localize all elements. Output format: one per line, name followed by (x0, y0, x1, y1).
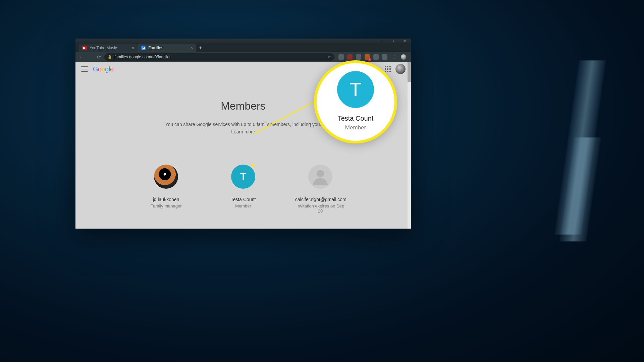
extension-icons: ⋮ (336, 54, 408, 60)
tab-families[interactable]: ◪ Families × (138, 44, 196, 52)
google-apps-icon[interactable] (385, 66, 391, 72)
member-avatar: T (231, 165, 255, 189)
members-list: jd laukkonen Family manager T Testa Coun… (75, 165, 411, 214)
extension-icon[interactable] (356, 54, 361, 60)
member-card[interactable]: jd laukkonen Family manager (141, 165, 191, 214)
window-minimize-button[interactable]: — (375, 39, 387, 43)
menu-icon[interactable] (81, 66, 88, 72)
callout-name: Testa Count (338, 115, 374, 122)
member-avatar (154, 165, 178, 189)
member-name: Testa Count (218, 197, 268, 202)
account-avatar[interactable] (395, 64, 406, 74)
google-logo[interactable]: Google (93, 65, 114, 73)
forward-button[interactable]: → (87, 54, 94, 60)
close-icon[interactable]: × (131, 45, 134, 50)
callout-role: Member (345, 124, 366, 131)
extension-icon[interactable] (347, 54, 353, 60)
address-bar: ← → ⟳ 🔒 families.google.com/u/0/families… (75, 52, 411, 62)
youtube-music-icon: ▶ (82, 46, 87, 50)
window-maximize-button[interactable]: □ (387, 39, 399, 43)
extension-icon[interactable] (338, 54, 344, 60)
member-role: Family manager (141, 203, 191, 208)
annotation-callout: T Testa Count Member (314, 60, 397, 143)
callout-avatar: T (337, 71, 374, 108)
extension-icon[interactable] (373, 54, 379, 60)
member-card[interactable]: T Testa Count Member (218, 165, 268, 214)
url-text: families.google.com/u/0/families (114, 55, 171, 59)
window-titlebar: — □ ✕ (75, 39, 411, 43)
new-tab-button[interactable]: + (196, 44, 205, 52)
url-input[interactable]: 🔒 families.google.com/u/0/families ☆ (104, 53, 334, 61)
tab-label: YouTube Music (90, 46, 117, 50)
profile-avatar-icon[interactable] (401, 54, 406, 60)
member-role: Member (218, 203, 268, 208)
member-name: calcifer.right@gmail.com (295, 197, 345, 202)
extension-icon[interactable] (365, 54, 370, 60)
scrollbar-thumb[interactable] (408, 62, 411, 82)
extension-icon[interactable] (382, 54, 387, 60)
member-name: jd laukkonen (141, 197, 191, 202)
tab-label: Families (148, 46, 163, 50)
close-icon[interactable]: × (190, 45, 193, 50)
families-icon: ◪ (141, 46, 146, 50)
reload-button[interactable]: ⟳ (96, 54, 102, 60)
window-close-button[interactable]: ✕ (399, 39, 411, 43)
member-role: Invitation expires on Sep 20 (295, 203, 345, 214)
member-card[interactable]: calcifer.right@gmail.com Invitation expi… (295, 165, 345, 214)
tab-youtube-music[interactable]: ▶ YouTube Music × (79, 44, 138, 52)
lock-icon: 🔒 (108, 55, 112, 59)
tab-strip: ▶ YouTube Music × ◪ Families × + (75, 43, 411, 52)
more-icon[interactable]: ⋮ (391, 54, 397, 60)
back-button[interactable]: ← (78, 54, 85, 60)
scrollbar[interactable] (408, 62, 411, 229)
annotation-dot (252, 164, 255, 167)
member-avatar (308, 165, 332, 189)
bookmark-star-icon[interactable]: ☆ (327, 55, 331, 59)
